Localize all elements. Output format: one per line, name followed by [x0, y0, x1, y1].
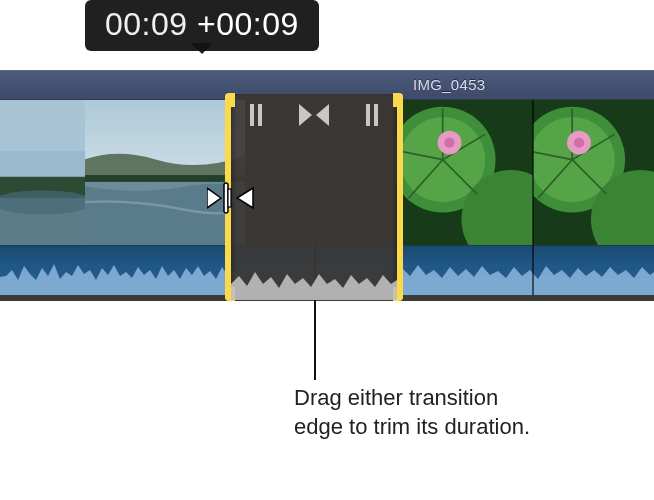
svg-point-13 [444, 138, 454, 148]
tooltip-time: 00:09 [105, 6, 188, 42]
svg-rect-26 [228, 189, 231, 207]
clip-right-thumb-1[interactable] [395, 100, 533, 245]
svg-rect-22 [258, 104, 262, 126]
duration-tooltip: 00:09 +00:09 [85, 0, 319, 51]
transition-edge-right-icon [363, 102, 381, 128]
clip-name-label: IMG_0453 [413, 76, 485, 93]
transition-edge-left-icon [247, 102, 265, 128]
clip-left-thumb-2[interactable] [85, 100, 245, 245]
clip-divider [532, 100, 534, 295]
transition-center-icon [297, 102, 331, 128]
svg-rect-25 [224, 183, 228, 213]
transition-audio-waveform [231, 262, 397, 300]
clip-right-thumb-2[interactable] [533, 100, 654, 245]
transition-clip[interactable] [225, 94, 403, 300]
screenshot-root: 00:09 +00:09 IMG_0453 [0, 0, 654, 500]
svg-point-4 [0, 190, 85, 214]
transition-icons-row [231, 102, 397, 128]
callout-text: Drag either transition edge to trim its … [294, 384, 624, 441]
clip-left-thumb-1[interactable] [0, 100, 85, 245]
svg-point-19 [574, 138, 584, 148]
svg-rect-24 [374, 104, 378, 126]
tooltip-delta: +00:09 [197, 6, 299, 42]
svg-rect-21 [250, 104, 254, 126]
svg-rect-23 [366, 104, 370, 126]
